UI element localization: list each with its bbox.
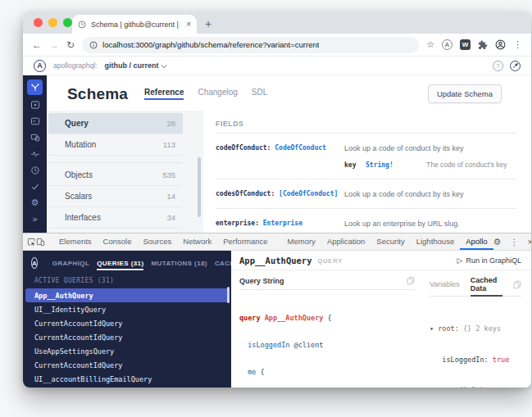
- reload-icon[interactable]: ↻: [66, 39, 75, 51]
- field-type-link[interactable]: Enterprise: [263, 220, 302, 227]
- devtools-tab-network[interactable]: Network: [177, 233, 217, 250]
- tab-sdl[interactable]: SDL: [252, 88, 267, 100]
- query-list-item[interactable]: UI__accountBillingEmailQuery: [23, 372, 231, 386]
- query-list-scrollbar[interactable]: [227, 287, 230, 303]
- run-in-graphiql-button[interactable]: ▷ Run in GraphiQL: [457, 256, 521, 265]
- copy-icon[interactable]: [407, 276, 415, 285]
- devtools-tab-application[interactable]: Application: [321, 233, 371, 250]
- new-tab-button[interactable]: +: [205, 17, 211, 30]
- rail-settings-gear-icon[interactable]: ⚙: [27, 196, 43, 210]
- devtools-tab-console[interactable]: Console: [98, 233, 138, 250]
- cache-node[interactable]: ▾ root: {} 2 keys: [430, 324, 521, 334]
- bookmark-star-icon[interactable]: ☆: [426, 39, 434, 50]
- apollo-tab-mutations[interactable]: MUTATIONS (18): [151, 260, 207, 270]
- apollo-tab-graphiql[interactable]: GRAPHIQL: [52, 260, 89, 270]
- devtools-menu-icon[interactable]: ⋮: [510, 238, 518, 247]
- typenav-label: Interfaces: [65, 213, 101, 222]
- arg-type-link[interactable]: String!: [366, 161, 407, 169]
- extensions-puzzle-icon[interactable]: [478, 40, 488, 50]
- w-extension-icon[interactable]: W: [460, 39, 471, 50]
- query-list-item[interactable]: CurrentAccountIdQuery: [23, 358, 231, 372]
- browser-window: Schema | github@current | Stu × + ← → ↻ …: [23, 11, 531, 388]
- field-signature: codesOfConduct: [CodeOfConduct]: [216, 190, 336, 198]
- url-text[interactable]: localhost:3000/graph/github/schema/refer…: [102, 40, 319, 49]
- rail-explorer-icon[interactable]: [27, 97, 43, 111]
- devtools-settings-gear-icon[interactable]: ⚙: [493, 237, 502, 247]
- help-icon[interactable]: ?: [493, 61, 503, 71]
- field-type-link[interactable]: CodeOfConduct: [275, 144, 326, 152]
- tab-close-icon[interactable]: ×: [186, 20, 191, 29]
- query-list-item[interactable]: UI__IdentityQuery: [23, 302, 231, 316]
- minimize-window-button[interactable]: [48, 18, 57, 27]
- devtools-tab-security[interactable]: Security: [371, 233, 410, 250]
- tab-reference[interactable]: Reference: [144, 88, 184, 100]
- rail-expand-icon[interactable]: »: [27, 212, 43, 226]
- query-list-item[interactable]: CurrentAccountIdQuery: [23, 330, 231, 344]
- field-signature: codeOfConduct: CodeOfConduct: [216, 144, 336, 152]
- query-title: App__AuthQuery: [239, 256, 312, 265]
- copy-icon[interactable]: [513, 280, 521, 289]
- schema-page-head: Schema Reference Changelog SDL Update Sc…: [47, 75, 531, 111]
- rail-clients-icon[interactable]: [27, 130, 43, 144]
- tab-changelog[interactable]: Changelog: [198, 88, 237, 100]
- typenav-row-mutation[interactable]: Mutation 113: [48, 134, 183, 156]
- apollo-devtools-logo-icon: A: [31, 257, 38, 269]
- arg-name: key: [344, 161, 366, 169]
- org-label[interactable]: apollographql:: [53, 61, 97, 70]
- play-icon: ▷: [457, 256, 463, 265]
- close-window-button[interactable]: [34, 18, 43, 27]
- query-list-item[interactable]: App__AuthQuery: [25, 288, 229, 302]
- devtools-tab-sources[interactable]: Sources: [137, 233, 177, 250]
- apollo-logo-icon[interactable]: A: [34, 60, 46, 72]
- profile-avatar-icon[interactable]: [495, 39, 506, 50]
- fields-heading: FIELDS: [216, 120, 516, 134]
- query-detail-header: App__AuthQuery QUERY ▷ Run in GraphiQL: [231, 251, 531, 270]
- rail-operations-icon[interactable]: [27, 147, 43, 161]
- graph-selector[interactable]: github / current: [104, 61, 166, 70]
- address-bar[interactable]: localhost:3000/graph/github/schema/refer…: [82, 37, 419, 53]
- field-description: Look up a code of conduct by its key: [344, 144, 516, 152]
- cache-node[interactable]: ▾ me: {} 3 keys: [430, 385, 521, 388]
- devtools-close-icon[interactable]: ×: [527, 237, 531, 247]
- apollo-panel-tabs: A GRAPHIQL QUERIES (31) MUTATIONS (18) C…: [23, 251, 231, 270]
- devtools: Elements Console Sources Network Perform…: [23, 233, 531, 388]
- cache-node: isLoggedIn: true: [430, 355, 521, 365]
- forward-icon[interactable]: →: [49, 39, 59, 51]
- launch-icon[interactable]: [510, 61, 521, 71]
- typenav-row-interfaces[interactable]: Interfaces 34: [48, 207, 183, 229]
- back-icon[interactable]: ←: [32, 39, 42, 51]
- query-list-item[interactable]: UseAppSettingsQuery: [23, 344, 231, 358]
- rail-history-icon[interactable]: [27, 163, 43, 177]
- update-schema-button[interactable]: Update Schema: [428, 84, 502, 103]
- inspect-element-icon[interactable]: [27, 238, 36, 247]
- typenav-row-objects[interactable]: Objects 535: [48, 165, 183, 186]
- apollo-extension-icon[interactable]: A: [442, 39, 452, 50]
- rail-fields-icon[interactable]: [27, 114, 43, 128]
- browser-tab[interactable]: Schema | github@current | Stu ×: [72, 15, 197, 34]
- apollo-tab-queries[interactable]: QUERIES (31): [97, 260, 143, 270]
- typenav-row-scalars[interactable]: Scalars 14: [48, 186, 183, 207]
- tab-variables[interactable]: Variables: [430, 280, 460, 292]
- rail-schema-icon[interactable]: [27, 79, 43, 95]
- query-list-item[interactable]: CurrentAccountIdQuery: [23, 316, 231, 330]
- field-type-link[interactable]: [CodeOfConduct]: [279, 190, 338, 197]
- devtools-tab-performance[interactable]: Performance: [217, 233, 273, 250]
- devtools-tab-memory[interactable]: Memory: [282, 233, 321, 250]
- tab-cached-data[interactable]: Cached Data: [471, 276, 502, 297]
- devtools-tab-lighthouse[interactable]: Lighthouse: [411, 233, 460, 250]
- chevron-down-icon: [161, 62, 167, 68]
- query-string-section: Query String query App__AuthQuery { isLo…: [239, 274, 415, 388]
- run-label: Run in GraphiQL: [466, 256, 521, 265]
- zoom-window-button[interactable]: [63, 18, 72, 27]
- device-toolbar-icon[interactable]: [36, 238, 45, 247]
- page-info-icon[interactable]: [89, 41, 98, 49]
- typenav-row-query[interactable]: Query 28: [48, 113, 183, 134]
- devtools-tab-apollo[interactable]: Apollo: [460, 233, 493, 250]
- apollo-tab-cache[interactable]: CACHE: [215, 260, 231, 270]
- browser-menu-icon[interactable]: ⋮: [513, 39, 522, 50]
- rail-checks-icon[interactable]: [27, 179, 43, 193]
- typenav-scrollbar[interactable]: [198, 157, 201, 217]
- query-list-item[interactable]: CurrentAccountIdQuery: [23, 386, 231, 388]
- query-string-code: query App__AuthQuery { isLoggedIn @clien…: [239, 290, 415, 388]
- devtools-tab-elements[interactable]: Elements: [53, 233, 98, 250]
